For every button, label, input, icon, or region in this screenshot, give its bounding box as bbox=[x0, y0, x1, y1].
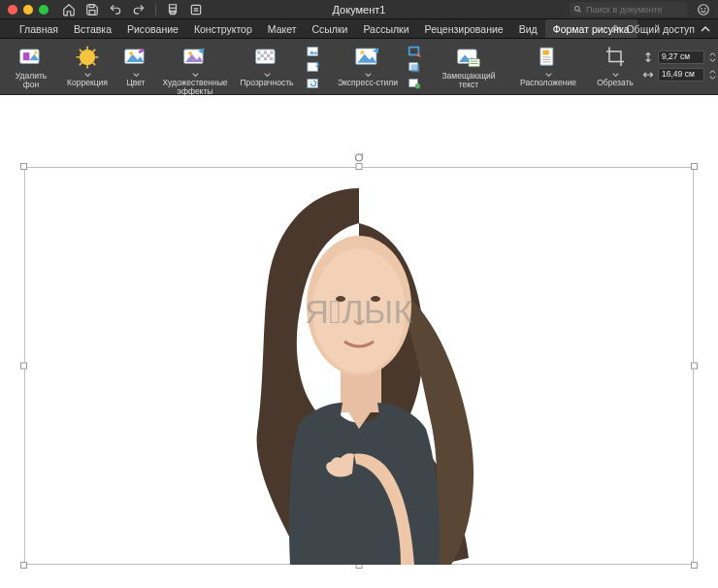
resize-handle-bl[interactable] bbox=[20, 562, 27, 569]
undo-icon[interactable] bbox=[109, 3, 122, 16]
height-icon bbox=[642, 51, 654, 63]
compress-pictures-button[interactable] bbox=[305, 45, 322, 58]
rotate-handle[interactable] bbox=[354, 149, 365, 160]
tab-view[interactable]: Вид bbox=[511, 19, 545, 38]
svg-point-46 bbox=[336, 296, 345, 302]
quick-access-toolbar bbox=[62, 3, 203, 16]
width-spinner[interactable] bbox=[708, 70, 717, 81]
svg-point-47 bbox=[371, 296, 380, 302]
svg-point-8 bbox=[704, 8, 705, 9]
express-styles-label: Экспресс-стили bbox=[338, 79, 398, 87]
group-alt-text: Замещающий текст bbox=[431, 41, 510, 94]
svg-rect-0 bbox=[89, 4, 94, 7]
resize-handle-tl[interactable] bbox=[20, 163, 27, 170]
tab-review[interactable]: Рецензирование bbox=[417, 19, 511, 38]
feedback-icon[interactable] bbox=[697, 3, 710, 16]
position-icon bbox=[536, 45, 561, 70]
remove-background-label: Удалить фон bbox=[8, 72, 54, 90]
title-bar: Документ1 bbox=[0, 0, 718, 19]
reset-picture-button[interactable] bbox=[305, 77, 322, 90]
chevron-down-icon bbox=[612, 73, 619, 77]
svg-point-18 bbox=[188, 51, 192, 55]
height-input[interactable]: 9,27 см bbox=[658, 50, 704, 64]
search-box[interactable] bbox=[570, 2, 687, 16]
svg-rect-24 bbox=[267, 54, 270, 57]
ribbon-tab-strip: Главная Вставка Рисование Конструктор Ма… bbox=[0, 19, 718, 39]
svg-rect-35 bbox=[411, 65, 420, 73]
remove-background-icon bbox=[18, 45, 44, 70]
crop-icon bbox=[603, 45, 628, 70]
picture-layout-button[interactable] bbox=[406, 77, 423, 90]
chevron-down-icon bbox=[192, 73, 199, 77]
selected-image[interactable]: ЯЛЫК bbox=[24, 167, 694, 565]
change-picture-button[interactable] bbox=[305, 60, 322, 74]
tab-draw[interactable]: Рисование bbox=[119, 19, 186, 38]
svg-rect-26 bbox=[264, 57, 267, 60]
alt-text-button[interactable]: Замещающий текст bbox=[433, 43, 505, 92]
svg-rect-39 bbox=[469, 59, 479, 67]
color-button[interactable]: Цвет bbox=[113, 43, 159, 92]
chevron-down-icon bbox=[264, 73, 271, 77]
color-icon bbox=[123, 45, 148, 70]
svg-rect-20 bbox=[257, 51, 260, 54]
group-arrange: Расположение bbox=[510, 41, 590, 94]
search-input[interactable] bbox=[586, 5, 683, 15]
spin-up-icon[interactable] bbox=[708, 52, 717, 57]
tab-home[interactable]: Главная bbox=[12, 19, 66, 38]
close-window-button[interactable] bbox=[8, 5, 17, 15]
resize-handle-tm[interactable] bbox=[356, 163, 363, 170]
collapse-ribbon-button[interactable] bbox=[701, 23, 710, 34]
redo-icon[interactable] bbox=[132, 3, 146, 16]
resize-handle-ml[interactable] bbox=[20, 363, 27, 370]
group-adjust: Коррекция Цвет Художественные эффекты Пр… bbox=[60, 41, 330, 94]
artistic-effects-label: Художественные эффекты bbox=[159, 79, 231, 97]
picture-effects-button[interactable] bbox=[406, 60, 423, 74]
tab-references[interactable]: Ссылки bbox=[304, 19, 355, 38]
more-icon[interactable] bbox=[189, 3, 203, 16]
corrections-icon bbox=[75, 45, 100, 70]
svg-rect-12 bbox=[23, 52, 30, 60]
maximize-window-button[interactable] bbox=[39, 5, 49, 15]
resize-handle-mr[interactable] bbox=[691, 363, 698, 370]
resize-handle-br[interactable] bbox=[691, 562, 698, 569]
svg-point-6 bbox=[699, 4, 709, 15]
tab-insert[interactable]: Вставка bbox=[66, 19, 119, 38]
tab-layout[interactable]: Макет bbox=[260, 19, 305, 38]
width-input[interactable]: 16,49 см bbox=[658, 68, 704, 82]
resize-handle-tr[interactable] bbox=[691, 163, 698, 170]
position-button[interactable]: Расположение bbox=[512, 43, 584, 92]
svg-rect-25 bbox=[257, 57, 260, 60]
tab-design[interactable]: Конструктор bbox=[186, 19, 260, 38]
express-styles-button[interactable]: Экспресс-стили bbox=[332, 43, 404, 92]
transparency-button[interactable]: Прозрачность bbox=[231, 43, 303, 92]
spin-up-icon[interactable] bbox=[708, 70, 717, 75]
picture-border-button[interactable] bbox=[406, 45, 423, 58]
corrections-button[interactable]: Коррекция bbox=[62, 43, 113, 92]
spin-down-icon[interactable] bbox=[708, 58, 717, 63]
height-row: 9,27 см bbox=[642, 50, 717, 64]
minimize-window-button[interactable] bbox=[23, 5, 33, 15]
search-icon bbox=[573, 5, 582, 14]
svg-point-32 bbox=[360, 50, 364, 54]
document-title: Документ1 bbox=[333, 4, 386, 16]
home-icon[interactable] bbox=[62, 3, 76, 16]
svg-rect-41 bbox=[542, 50, 549, 55]
share-button[interactable]: Общий доступ bbox=[611, 23, 695, 35]
tab-mailings[interactable]: Рассылки bbox=[355, 19, 416, 38]
crop-button[interactable]: Обрезать bbox=[592, 43, 638, 92]
svg-rect-1 bbox=[89, 10, 95, 15]
save-icon[interactable] bbox=[85, 3, 99, 16]
artistic-effects-button[interactable]: Художественные эффекты bbox=[159, 43, 231, 92]
chevron-down-icon bbox=[365, 73, 372, 77]
document-area[interactable]: ЯЛЫК bbox=[0, 95, 718, 588]
print-icon[interactable] bbox=[166, 3, 180, 16]
spin-down-icon[interactable] bbox=[708, 76, 717, 81]
window-controls bbox=[8, 5, 49, 15]
position-label: Расположение bbox=[520, 79, 576, 87]
color-label: Цвет bbox=[126, 79, 145, 87]
height-spinner[interactable] bbox=[708, 52, 717, 63]
remove-background-button[interactable]: Удалить фон bbox=[8, 43, 54, 92]
svg-point-16 bbox=[129, 51, 133, 55]
group-size: Обрезать 9,27 см 16,49 см bbox=[590, 41, 718, 94]
corrections-label: Коррекция bbox=[67, 79, 108, 87]
